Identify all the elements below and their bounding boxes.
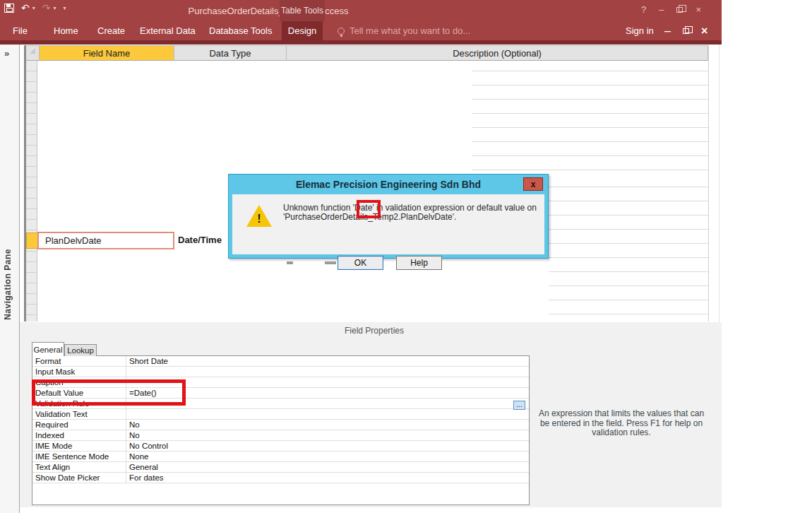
column-header-field-name[interactable]: Field Name	[40, 45, 174, 61]
restore-icon[interactable]	[676, 7, 683, 13]
expand-navigation-icon[interactable]: »	[4, 48, 9, 59]
dialog-body: Unknown function 'Date' in validation ex…	[232, 194, 544, 254]
property-row-indexed[interactable]: IndexedNo	[32, 430, 529, 441]
description-gridlines-lower	[549, 173, 708, 318]
error-dialog: Elemac Precision Engineering Sdn Bhd x U…	[228, 174, 549, 259]
title-bar: ↶▾ ↷▾ ▾ PurchaseOrderDetails_Temp2 - Acc…	[0, 0, 722, 21]
tell-me-box[interactable]: Tell me what you want to do...	[338, 21, 470, 40]
property-row-input-mask[interactable]: Input Mask	[32, 367, 529, 377]
property-row-text-align[interactable]: Text AlignGeneral	[32, 462, 529, 473]
properties-table: FormatShort Date Input Mask Caption Defa…	[32, 355, 530, 505]
sign-in-button[interactable]: Sign in	[626, 21, 654, 40]
help-icon[interactable]: ?	[641, 4, 646, 15]
ribbon-divider	[0, 40, 722, 45]
dialog-title: Elemac Precision Engineering Sdn Bhd	[229, 175, 548, 194]
dialog-message: Unknown function 'Date' in validation ex…	[283, 204, 537, 222]
expression-builder-button[interactable]: ...	[513, 401, 525, 410]
obscured-text-fragment	[325, 261, 336, 264]
tab-home[interactable]: Home	[47, 21, 85, 40]
property-row-required[interactable]: RequiredNo	[32, 420, 529, 430]
navigation-pane-label: Navigation Pane	[3, 249, 13, 320]
tab-file[interactable]: File	[6, 21, 35, 40]
corner-triangle-icon	[30, 48, 35, 54]
restore-icon[interactable]	[683, 28, 689, 34]
contextual-tab-group: Table Tools	[280, 0, 325, 21]
ok-button[interactable]: OK	[338, 256, 383, 270]
lightbulb-icon	[338, 28, 345, 35]
tab-database-tools[interactable]: Database Tools	[202, 21, 279, 40]
field-name-cell[interactable]: PlanDelvDate	[37, 232, 174, 249]
grid-corner-cell[interactable]	[26, 45, 40, 61]
property-row-ime-mode[interactable]: IME ModeNo Control	[32, 441, 529, 452]
tab-external-data[interactable]: External Data	[133, 21, 203, 40]
selected-row-selector[interactable]	[26, 232, 38, 249]
window-title: PurchaseOrderDetails_Temp2 - Access	[0, 6, 537, 16]
tab-general[interactable]: General	[32, 342, 64, 356]
tab-lookup[interactable]: Lookup	[64, 344, 97, 356]
close-icon[interactable]: ×	[701, 25, 707, 37]
annotation-box-default-value	[32, 379, 186, 406]
help-button[interactable]: Help	[396, 256, 442, 270]
access-window: ↶▾ ↷▾ ▾ PurchaseOrderDetails_Temp2 - Acc…	[0, 0, 722, 513]
tab-create[interactable]: Create	[90, 21, 132, 40]
tell-me-label: Tell me what you want to do...	[350, 25, 470, 36]
field-properties-label: Field Properties	[345, 326, 404, 336]
property-row-ime-sentence-mode[interactable]: IME Sentence ModeNone	[32, 452, 529, 462]
dialog-close-button[interactable]: x	[523, 177, 543, 191]
data-type-cell[interactable]: Date/Time	[178, 235, 222, 245]
column-header-data-type[interactable]: Data Type	[174, 45, 287, 61]
tab-design[interactable]: Design	[282, 21, 323, 40]
grid-right-border	[708, 45, 709, 322]
row-selector-column[interactable]	[26, 61, 37, 322]
description-gridlines-upper	[472, 57, 708, 173]
property-help-text: An expression that limits the values tha…	[535, 409, 707, 438]
warning-icon	[246, 205, 272, 227]
property-row-format[interactable]: FormatShort Date	[32, 356, 529, 367]
property-row-show-date-picker[interactable]: Show Date PickerFor dates	[32, 473, 529, 483]
ribbon-tab-row: File Home Create External Data Database …	[0, 21, 722, 40]
minimize-icon[interactable]: –	[659, 4, 664, 15]
property-row-validation-text[interactable]: Validation Text	[32, 409, 529, 420]
obscured-text-fragment	[287, 261, 293, 264]
annotation-box-date-function	[357, 200, 381, 218]
minimize-icon[interactable]: –	[664, 25, 671, 37]
close-icon[interactable]: ×	[695, 4, 701, 15]
